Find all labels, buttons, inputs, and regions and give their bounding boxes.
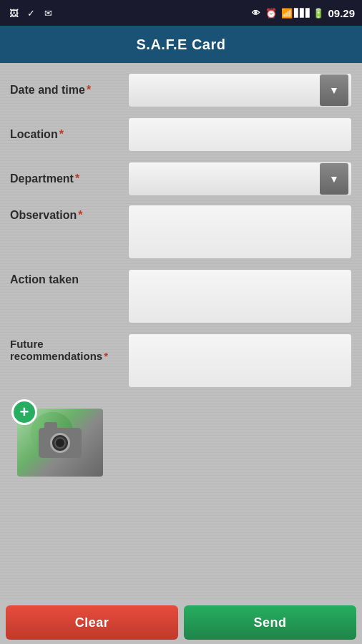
department-label: Department* [10,172,128,185]
observation-row: Observation* [10,205,352,262]
future-recommendations-field[interactable] [128,333,352,391]
check-icon: ✓ [24,6,37,19]
required-star-obs: * [78,209,82,221]
date-and-time-field[interactable] [128,73,352,107]
future-recommendations-label: Future recommendations* [10,333,128,362]
camera-lens [50,433,70,453]
future-recommendations-row: Future recommendations* [10,333,352,391]
future-recommendations-input[interactable] [128,333,352,388]
send-button[interactable]: Send [184,605,356,640]
clear-button[interactable]: Clear [6,605,178,640]
required-star-future: * [104,350,108,362]
department-dropdown[interactable] [128,162,352,196]
department-dropdown-arrow[interactable] [320,163,348,195]
date-and-time-label: Date and time* [10,84,128,97]
status-bar: 🖼 ✓ ✉ 👁 ⏰ 📶 ▋▋▋ 🔋 09.29 [0,0,362,26]
bottom-bar: Clear Send [0,601,362,644]
required-star: * [87,84,91,96]
location-label: Location* [10,128,128,141]
location-input[interactable] [128,117,352,152]
required-star-location: * [59,128,64,140]
department-field[interactable] [128,162,352,196]
alarm-icon: ⏰ [265,6,278,19]
app-title: S.A.F.E Card [137,36,226,53]
date-and-time-dropdown-arrow[interactable] [320,74,348,106]
app-header: S.A.F.E Card [0,26,362,63]
observation-input[interactable] [128,205,352,259]
photo-section[interactable] [10,398,103,477]
action-taken-label: Action taken [10,269,128,286]
camera-bump [44,422,57,429]
email-icon: ✉ [41,6,54,19]
camera-icon [39,428,82,458]
action-taken-row: Action taken [10,269,352,326]
eye-icon: 👁 [249,6,262,19]
department-row: Department* [10,160,352,197]
signal-icon: ▋▋▋ [296,6,309,19]
location-field[interactable] [128,117,352,152]
status-bar-left-icons: 🖼 ✓ ✉ [7,6,54,19]
date-and-time-dropdown[interactable] [128,73,352,107]
observation-field[interactable] [128,205,352,262]
battery-icon: 🔋 [312,6,325,19]
add-photo-icon[interactable] [11,399,37,425]
location-row: Location* [10,116,352,153]
date-and-time-row: Date and time* [10,72,352,109]
action-taken-field[interactable] [128,269,352,326]
wifi-icon: 📶 [280,6,293,19]
main-content: Date and time* Location* Department* Ob [0,63,362,601]
required-star-dept: * [75,172,79,185]
status-bar-right-icons: 👁 ⏰ 📶 ▋▋▋ 🔋 09.29 [249,6,355,19]
observation-label: Observation* [10,205,128,222]
image-icon: 🖼 [7,6,20,19]
action-taken-input[interactable] [128,269,352,323]
clock-display: 09.29 [328,7,355,19]
